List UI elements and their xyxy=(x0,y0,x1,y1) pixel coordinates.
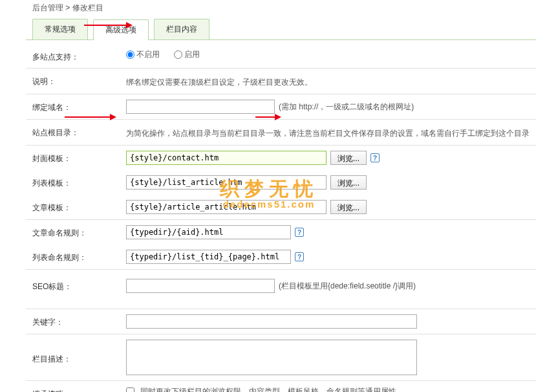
radio-enable[interactable] xyxy=(174,50,182,59)
breadcrumb-p2: 修改栏目 xyxy=(72,3,103,12)
radio-disable[interactable] xyxy=(126,50,134,59)
help-icon[interactable]: ? xyxy=(295,252,304,261)
label-domain: 绑定域名： xyxy=(32,100,126,113)
arrow-annotation-input xyxy=(255,116,278,118)
tab-bar: 常规选项 高级选项 栏目内容 xyxy=(26,19,536,40)
tab-general[interactable]: 常规选项 xyxy=(32,19,88,39)
article-tpl-input[interactable] xyxy=(126,200,327,214)
list-rule-input[interactable] xyxy=(126,250,291,264)
radio-enable-wrap[interactable]: 启用 xyxy=(174,49,200,60)
domain-input[interactable] xyxy=(126,100,275,114)
tab-advanced[interactable]: 高级选项 xyxy=(93,19,149,40)
inherit-checkbox[interactable] xyxy=(126,387,134,392)
article-rule-input[interactable] xyxy=(126,225,291,239)
tab-content[interactable]: 栏目内容 xyxy=(154,19,209,39)
domain-hint: (需加 http://，一级或二级域名的根网址) xyxy=(279,102,414,113)
seo-hint: (栏目模板里用{dede:field.seotitle /}调用) xyxy=(279,281,416,292)
label-cover-tpl: 封面模板： xyxy=(32,151,126,164)
label-multisite: 多站点支持： xyxy=(32,49,126,63)
siteroot-text: 为简化操作，站点根目录与当前栏目目录一致，请注意当前栏目文件保存目录的设置，域名… xyxy=(126,125,530,140)
help-icon[interactable]: ? xyxy=(370,153,380,162)
label-keywords: 关键字： xyxy=(32,314,126,328)
arrow-annotation-cover xyxy=(65,116,113,118)
desc-text: 绑名绑定仅需要在顶级栏目设定，子级栏目更改无效。 xyxy=(126,74,530,89)
column-desc-textarea[interactable] xyxy=(126,340,417,375)
list-tpl-input[interactable] xyxy=(126,175,327,190)
help-icon[interactable]: ? xyxy=(295,228,304,237)
label-column-desc: 栏目描述： xyxy=(32,340,126,365)
keywords-input[interactable] xyxy=(126,314,417,329)
cover-tpl-input[interactable] xyxy=(126,151,327,165)
browse-list-button[interactable]: 浏览... xyxy=(330,175,367,190)
label-seo-title: SEO标题： xyxy=(32,279,126,292)
label-list-rule: 列表命名规则： xyxy=(32,250,126,263)
breadcrumb-p1[interactable]: 后台管理 xyxy=(32,3,63,12)
label-inherit: 继承选项： xyxy=(32,386,126,392)
label-list-tpl: 列表模板： xyxy=(32,175,126,189)
inherit-text: 同时更改下级栏目的浏览权限、内容类型、模板风格、命名规则等通用属性 xyxy=(140,386,396,392)
label-article-tpl: 文章模板： xyxy=(32,200,126,213)
seo-title-input[interactable] xyxy=(126,279,275,293)
arrow-annotation-tabs xyxy=(84,25,129,26)
label-article-rule: 文章命名规则： xyxy=(32,225,126,239)
label-siteroot: 站点根目录： xyxy=(32,125,126,138)
browse-article-button[interactable]: 浏览... xyxy=(330,200,367,214)
breadcrumb: 后台管理 > 修改栏目 xyxy=(26,0,536,19)
browse-cover-button[interactable]: 浏览... xyxy=(330,151,367,165)
label-desc: 说明： xyxy=(32,74,126,87)
radio-disable-wrap[interactable]: 不启用 xyxy=(126,49,160,60)
